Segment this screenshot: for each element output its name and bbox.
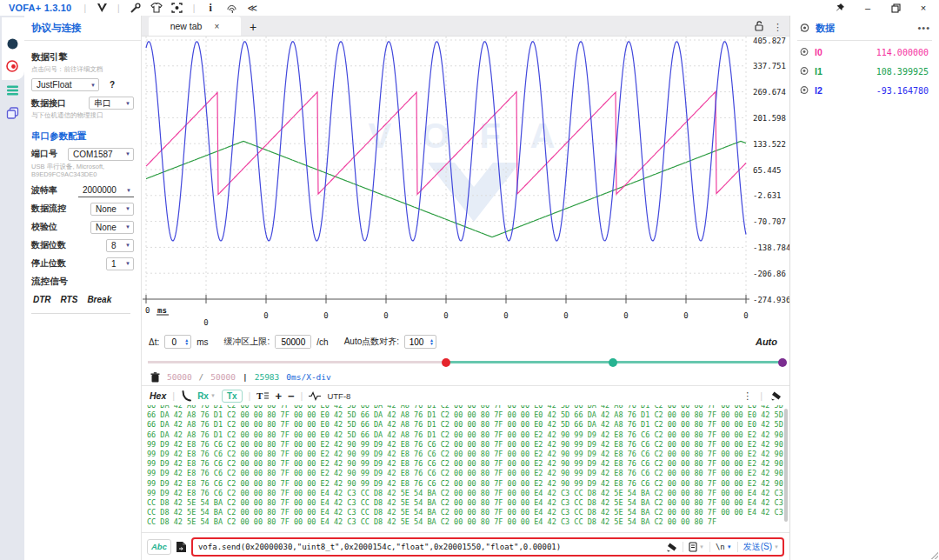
buffer-slider-row <box>142 355 789 369</box>
fingerprint-icon[interactable] <box>223 2 239 14</box>
console-scrollbar[interactable] <box>784 409 788 522</box>
chart-menu-kebab-icon[interactable]: ⋮ <box>773 22 782 33</box>
main-area: new tab × + ⋮ V O F A405.827337.751269.6… <box>142 16 789 560</box>
send-file-icon[interactable] <box>176 541 187 553</box>
pause-hook-icon[interactable] <box>181 390 191 402</box>
info-icon[interactable]: i <box>203 2 218 14</box>
rx-filter-button[interactable]: Rx ▼ <box>197 391 216 401</box>
dt-label: Δt: <box>149 337 159 347</box>
add-tab-button[interactable]: + <box>250 20 256 36</box>
svg-text:-2.631: -2.631 <box>753 191 782 200</box>
buffer-limit-field[interactable] <box>275 335 311 349</box>
tx-filter-button[interactable]: Tx <box>222 390 243 403</box>
stop-bits-select[interactable]: 1 ▼ <box>106 257 134 270</box>
console-menu-kebab-icon[interactable]: ⋮ <box>743 390 752 402</box>
slider-track-consumed[interactable] <box>148 361 446 363</box>
divider <box>797 40 932 41</box>
tab-close-icon[interactable]: × <box>214 22 219 31</box>
flow-control-select[interactable]: None ▼ <box>90 203 134 216</box>
break-toggle[interactable]: Break <box>87 295 111 304</box>
baud-combo[interactable]: 2000000 ▼ <box>78 184 134 197</box>
stepper-arrows-icon[interactable]: ▲▼ <box>428 338 436 345</box>
record-icon[interactable] <box>0 56 24 77</box>
data-bits-select[interactable]: 8 ▼ <box>106 239 134 252</box>
eye-icon[interactable] <box>799 85 809 96</box>
dt-stepper[interactable]: ▲▼ <box>164 335 191 349</box>
buffer-slider[interactable] <box>148 361 782 363</box>
parity-select[interactable]: None ▼ <box>90 221 134 234</box>
left-icon-rail <box>0 16 24 560</box>
theme-shirt-icon[interactable] <box>149 2 164 14</box>
screenshot-icon[interactable] <box>170 2 185 14</box>
channel-row-i1[interactable]: I1 108.399925 <box>790 62 939 81</box>
chevron-down-icon: ▼ <box>125 243 130 248</box>
history-doc-button[interactable]: ▼ <box>689 542 704 552</box>
hex-row: 66 DA 42 A8 76 D1 C2 00 00 80 7F 00 00 E… <box>147 420 789 430</box>
svg-text:0: 0 <box>203 318 208 327</box>
command-input[interactable] <box>198 543 661 551</box>
chevron-down-icon: ▼ <box>125 224 130 230</box>
slider-marker-end-marker[interactable] <box>778 358 787 367</box>
waveform-chart[interactable]: V O F A405.827337.751269.674201.598133.5… <box>142 37 789 329</box>
auto-align-label: Auto点数对齐: <box>344 336 399 348</box>
svg-text:201.598: 201.598 <box>753 114 786 123</box>
dt-input[interactable] <box>165 337 183 347</box>
port-select-value: COM1587 <box>73 150 113 159</box>
data-panel-menu-icon[interactable]: ••• <box>917 23 930 33</box>
auto-align-stepper[interactable]: ▲▼ <box>404 335 436 349</box>
vofa-logo-icon[interactable] <box>94 2 110 14</box>
interface-label: 数据接口 <box>31 97 66 110</box>
eye-icon[interactable] <box>799 23 810 34</box>
divider: | <box>249 390 251 401</box>
auto-align-input[interactable] <box>405 337 428 347</box>
windows-layers-icon[interactable] <box>0 103 24 123</box>
rts-toggle[interactable]: RTS <box>61 295 78 304</box>
collapse-toolbar-icon[interactable]: ≪ <box>244 2 260 14</box>
divider: | <box>243 372 248 382</box>
channels-icon[interactable] <box>0 80 24 101</box>
auto-scale-label[interactable]: Auto <box>756 337 782 347</box>
slider-marker-mid-marker[interactable] <box>609 358 617 367</box>
window-resize-grip[interactable] <box>931 552 938 559</box>
clear-input-eraser-icon[interactable] <box>666 542 677 552</box>
divider: | <box>301 390 303 401</box>
encoding-pulse-icon[interactable] <box>309 391 321 401</box>
x-div-label: 0ms/X-div <box>286 372 330 382</box>
font-decrease-button[interactable]: − <box>288 390 295 403</box>
eye-icon[interactable] <box>799 66 809 77</box>
encoding-label[interactable]: UTF-8 <box>327 391 350 401</box>
interface-select[interactable]: 串口 ▼ <box>89 97 134 110</box>
text-mode-button[interactable]: Abc <box>147 539 171 555</box>
chevron-down-icon: ▼ <box>125 261 130 266</box>
eye-icon[interactable] <box>799 47 809 57</box>
font-increase-button[interactable]: + <box>275 390 282 403</box>
stepper-arrows-icon[interactable]: ▲▼ <box>183 338 190 345</box>
clear-console-eraser-icon[interactable] <box>770 390 782 401</box>
newline-value: \n <box>716 543 725 551</box>
engine-help-button[interactable]: ? <box>110 80 115 90</box>
tab-new-tab[interactable]: new tab × <box>149 17 241 36</box>
port-label: 端口号 <box>31 148 57 160</box>
port-select[interactable]: COM1587 ▼ <box>68 148 134 161</box>
hex-row: 66 DA 42 A8 76 D1 C2 00 00 80 7F 00 00 E… <box>147 410 789 420</box>
engine-select[interactable]: JustFloat ▼ <box>31 78 99 91</box>
hex-console[interactable]: 66 DA 42 A8 76 D1 C2 00 00 80 7F 00 00 E… <box>142 405 789 532</box>
minimize-icon[interactable]: – <box>861 2 875 14</box>
svg-text:0: 0 <box>743 311 748 320</box>
slider-marker-current-position[interactable] <box>442 358 450 367</box>
connection-status-icon[interactable] <box>0 33 24 54</box>
buffer-limit-input[interactable] <box>276 336 310 348</box>
maximize-icon[interactable] <box>889 2 902 14</box>
pin-window-icon[interactable] <box>833 2 847 14</box>
hex-mode-button[interactable]: Hex <box>150 390 166 401</box>
close-window-icon[interactable]: × <box>916 2 930 14</box>
trash-icon[interactable] <box>150 372 160 383</box>
channel-row-i0[interactable]: I0 114.000000 <box>790 43 939 62</box>
unlock-icon[interactable] <box>755 21 764 33</box>
newline-select[interactable]: \n ▼ <box>716 543 732 551</box>
wrench-icon[interactable] <box>128 2 143 14</box>
send-button[interactable]: 发送(S) ▼ <box>743 541 779 553</box>
dtr-toggle[interactable]: DTR <box>33 295 51 304</box>
channel-row-i2[interactable]: I2 -93.164780 <box>790 81 939 100</box>
text-format-icon[interactable]: T <box>256 390 269 401</box>
